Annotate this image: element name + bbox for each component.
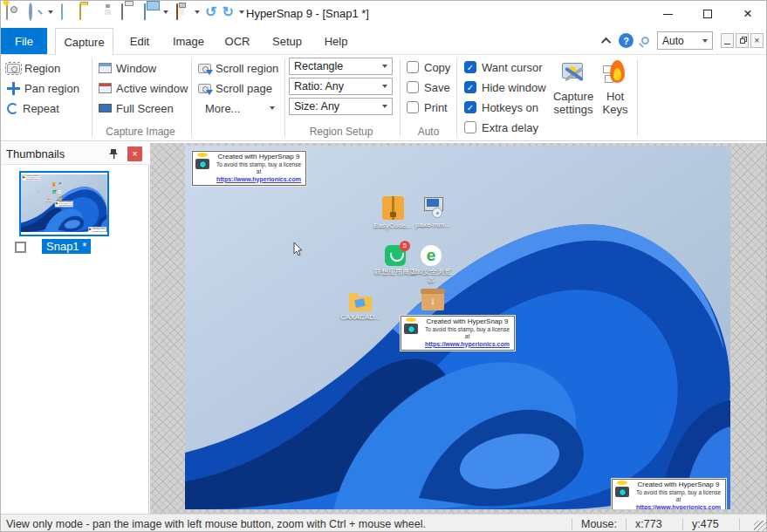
tab-ocr[interactable]: OCR — [217, 28, 257, 54]
tab-setup[interactable]: Setup — [264, 28, 310, 54]
extra-delay-checkbox[interactable]: Extra delay — [464, 120, 538, 134]
watermark-line2: To avoid this stamp, buy a license at — [422, 326, 512, 341]
help-icon[interactable]: ? — [619, 33, 633, 48]
repeat-icon — [7, 103, 18, 114]
full-screen-icon — [99, 104, 112, 113]
desktop-icon-package[interactable]: ↓ — [56, 197, 64, 201]
thumbnails-close-button[interactable]: × — [127, 147, 142, 161]
pin-icon[interactable] — [109, 148, 119, 160]
zoom-tool-icon[interactable] — [27, 4, 43, 20]
desktop-icon-browser[interactable]: e 360安全浏览 器 — [56, 190, 64, 196]
close-button[interactable]: × — [728, 1, 767, 27]
hide-window-label: Hide window — [482, 81, 546, 94]
captured-image[interactable]: EasyCode... pake-mm... 5 联想应用商店 e 360安全浏… — [21, 174, 107, 232]
new-file-icon[interactable] — [58, 4, 74, 20]
region-icon — [7, 64, 20, 73]
want-cursor-checkbox[interactable]: ✓ Want cursor — [464, 60, 543, 74]
active-window-label: Active window — [116, 82, 188, 95]
hot-keys-button[interactable]: Hot Keys — [598, 57, 633, 125]
desktop-icon-caxa[interactable]: CAXACAD... — [335, 292, 386, 321]
desktop-icon-caxa[interactable]: CAXACAD... — [45, 198, 52, 202]
view-zoom-icon[interactable] — [641, 37, 649, 44]
watermark-camera-icon — [89, 228, 92, 230]
minimize-button[interactable] — [647, 1, 688, 27]
maximize-button[interactable] — [688, 1, 728, 27]
copy-checkbox[interactable]: Copy — [407, 60, 450, 74]
capture-dropdown-caret-icon[interactable] — [163, 10, 168, 14]
tab-help[interactable]: Help — [315, 28, 357, 54]
hotkeys-on-checkbox[interactable]: ✓ Hotkeys on — [464, 100, 538, 114]
pan-region-button[interactable]: Pan region — [5, 79, 81, 97]
watermark-link: https://www.hyperionics.com — [633, 504, 723, 510]
window-title: HyperSnap 9 - [Snap1 *] — [246, 7, 369, 20]
print-checkbox[interactable]: Print — [407, 100, 448, 114]
pan-region-icon — [7, 82, 20, 95]
app-store-icon: 5 — [385, 245, 406, 266]
redo-icon[interactable]: ↻ — [222, 4, 233, 20]
zoom-dropdown-caret-icon[interactable] — [48, 10, 53, 14]
paste-clipboard-icon[interactable] — [174, 4, 189, 20]
extra-delay-label: Extra delay — [482, 121, 538, 134]
thumbnail-item[interactable]: EasyCode... pake-mm... 5 联想应用商店 e 360安全浏… — [19, 171, 109, 236]
shape-combo[interactable]: Rectangle — [289, 58, 393, 75]
capture-settings-button[interactable]: Capture settings — [551, 57, 596, 125]
thumbnails-header: Thumbnails × — [1, 143, 149, 165]
print-icon[interactable] — [121, 4, 137, 20]
desktop-icon-installer[interactable]: pake-mm... — [56, 182, 64, 188]
thumbnail-label[interactable]: Snap1 * — [42, 239, 91, 254]
thumbnail-preview: EasyCode... pake-mm... 5 联想应用商店 e 360安全浏… — [21, 174, 107, 235]
installer-icon — [421, 196, 444, 219]
resize-grip[interactable] — [754, 521, 766, 532]
browser-icon: e — [421, 245, 442, 266]
checkbox-icon — [464, 121, 476, 133]
caxa-icon-label: CAXACAD... — [45, 201, 52, 201]
qat-customize-icon[interactable] — [239, 10, 244, 14]
canvas-area[interactable]: EasyCode... pake-mm... 5 联想应用商店 e 360安全浏… — [150, 143, 767, 514]
mdi-restore-button[interactable] — [736, 33, 749, 48]
group-label-capture-image: Capture Image — [53, 126, 228, 138]
desktop-icon-package[interactable]: ↓ — [407, 291, 458, 312]
size-combo[interactable]: Size: Any — [289, 98, 393, 115]
tab-image[interactable]: Image — [165, 28, 212, 54]
capture-window-icon[interactable] — [142, 4, 158, 20]
scroll-page-label: Scroll page — [216, 82, 272, 95]
print-label: Print — [424, 101, 448, 114]
save-icon[interactable] — [100, 4, 116, 20]
scroll-page-button[interactable]: Scroll page — [196, 79, 274, 97]
desktop-icon-browser[interactable]: e 360安全浏览 器 — [406, 245, 456, 283]
watermark-center: Created with HyperSnap 9 To avoid this s… — [55, 201, 73, 207]
thumbnail-checkbox[interactable] — [15, 242, 26, 253]
open-folder-icon[interactable] — [79, 4, 95, 20]
chevron-down-icon — [702, 39, 708, 43]
tab-capture[interactable]: Capture — [55, 28, 113, 56]
watermark-link: https://www.hyperionics.com — [92, 231, 106, 232]
hide-window-checkbox[interactable]: ✓ Hide window — [464, 80, 546, 94]
window-icon — [99, 63, 112, 73]
mouse-cursor-icon — [293, 242, 304, 257]
watermark-link: https://www.hyperionics.com — [58, 205, 72, 206]
more-caret-icon — [270, 106, 275, 110]
installer-icon-label: pake-mm... — [407, 221, 458, 228]
window-button[interactable]: Window — [97, 59, 158, 77]
desktop-icon-installer[interactable]: pake-mm... — [407, 196, 458, 228]
undo-icon[interactable]: ↺ — [205, 4, 216, 20]
ratio-combo[interactable]: Ratio: Any — [289, 78, 393, 95]
active-window-button[interactable]: Active window — [97, 79, 189, 97]
zoom-level-combo[interactable]: Auto — [657, 31, 713, 50]
full-screen-button[interactable]: Full Screen — [97, 99, 175, 117]
tab-file[interactable]: File — [1, 28, 47, 54]
scroll-region-button[interactable]: Scroll region — [196, 59, 280, 77]
more-button[interactable]: More... — [203, 99, 277, 117]
browser-icon-label-2: 器 — [406, 276, 456, 283]
capture-settings-label-2: settings — [554, 103, 593, 116]
save-checkbox[interactable]: Save — [407, 80, 450, 94]
paste-dropdown-caret-icon[interactable] — [195, 10, 200, 14]
minimize-icon — [663, 14, 673, 15]
captured-image[interactable]: EasyCode... pake-mm... 5 联想应用商店 e 360安全浏… — [185, 146, 730, 509]
repeat-button[interactable]: Repeat — [5, 99, 61, 117]
mdi-minimize-button[interactable] — [721, 33, 734, 48]
region-button[interactable]: Region — [5, 59, 62, 77]
watermark-top-left: Created with HyperSnap 9 To avoid this s… — [22, 175, 40, 181]
tab-edit[interactable]: Edit — [120, 28, 160, 54]
mdi-close-button[interactable]: × — [750, 33, 764, 48]
